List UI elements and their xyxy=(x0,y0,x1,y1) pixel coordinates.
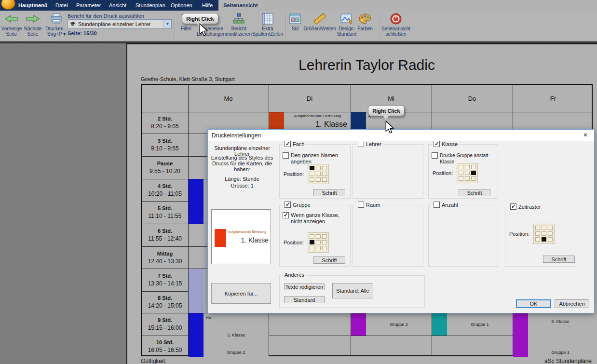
zeitraster-position-grid[interactable] xyxy=(533,224,555,244)
time-row: 4 Std.10:20 - 11:05 xyxy=(142,179,188,201)
zeitraster-checkbox[interactable] xyxy=(510,203,516,210)
ok-button[interactable]: OK xyxy=(516,299,551,308)
colors-label: Farben xyxy=(357,26,373,31)
lesson-subject: Aufgabenstunde Betreuung xyxy=(286,114,349,118)
report-picker-dropdown-arrow[interactable]: ▼ xyxy=(163,20,171,28)
time-row: 5 Std.11:10 - 11:55 xyxy=(142,201,188,224)
print-settings-dialog: Druckeinstellungen ✕ Stundenpläne einzel… xyxy=(207,129,595,313)
dialog-titlebar[interactable]: Druckeinstellungen xyxy=(208,130,594,141)
lesson-cell-mi-9std[interactable]: Gruppe 2 xyxy=(351,313,432,336)
gruppe-checkbox[interactable] xyxy=(285,202,291,208)
timetable-right-click-tooltip: Right Click xyxy=(368,105,405,116)
standard-button[interactable]: Standard xyxy=(284,296,325,303)
raum-checkbox[interactable] xyxy=(358,202,364,208)
tooltip-text: Right Click xyxy=(372,108,400,114)
lesson-color-stripe xyxy=(513,313,528,357)
lehrer-checkbox[interactable] xyxy=(358,141,364,147)
day-header-di: Di xyxy=(269,85,351,112)
tab-hilfe[interactable]: Hilfe xyxy=(199,0,216,11)
report-picker-select[interactable]: Stundenpläne einzelner Lehrer ▼ xyxy=(68,19,172,28)
copy-for-button[interactable]: Kopieren für... xyxy=(211,283,271,304)
arrow-left-icon xyxy=(4,13,19,25)
style-button[interactable]: Stil xyxy=(287,13,303,31)
gruppe-label: Gruppe xyxy=(293,202,311,208)
day-header-fr: Fr xyxy=(513,85,594,112)
gruppe-position-grid[interactable] xyxy=(308,232,329,253)
printer-icon xyxy=(50,13,63,25)
asc-watermark: aSc Stundenpläne xyxy=(544,358,592,364)
group-instead-class-checkbox[interactable] xyxy=(432,152,438,159)
full-name-label: Den ganzen Namen angeben xyxy=(291,152,349,165)
whole-class-hide-checkbox[interactable] xyxy=(283,212,289,218)
menubar: Hauptmenü Datei Parameter Ansicht Stunde… xyxy=(0,0,597,11)
extra-columns-label: Extra Spalten/Zeilen xyxy=(252,26,284,37)
tab-stundenplan[interactable]: Stundenplan xyxy=(133,0,168,11)
klasse-label: Klasse xyxy=(442,141,458,147)
report-picker-value: Stundenpläne einzelner Lehrer xyxy=(78,21,150,27)
klasse-font-button[interactable]: Schrift xyxy=(459,189,490,196)
lehrer-label: Lehrer xyxy=(366,141,381,147)
modify-report-label: Bericht modifizieren xyxy=(224,26,253,37)
previous-page-button[interactable]: Vorherige Seite xyxy=(1,13,22,37)
extra-columns-button[interactable]: Extra Spalten/Zeilen xyxy=(252,13,284,37)
lesson-color-stripe xyxy=(189,269,204,313)
time-row: 2 Std.8:20 - 9:05 xyxy=(142,112,188,134)
group-anderes: Anderes Texte redigieren Standard Standa… xyxy=(279,275,425,308)
close-preview-button[interactable]: Seitenansicht schließen xyxy=(376,13,416,37)
mouse-cursor-icon xyxy=(199,23,208,37)
lesson-class: 1. Klasse xyxy=(315,120,347,129)
fach-checkbox[interactable] xyxy=(285,141,291,147)
ribbon-right-click-tooltip: Right Click xyxy=(182,13,218,24)
print-button[interactable]: Drucken...Strg+P ▾ xyxy=(46,13,67,37)
full-name-checkbox[interactable] xyxy=(283,152,289,159)
lesson-cell-mo-9-10std[interactable]: Ha 3. Klasse Gruppe 2 xyxy=(189,313,269,357)
time-row: 7 Std.13:30 - 14:15 xyxy=(142,269,188,291)
klasse-position-grid[interactable] xyxy=(457,163,478,183)
validity-label: Gültigkeit: xyxy=(141,358,166,364)
tab-seitenansicht[interactable]: Seitenansicht xyxy=(218,0,263,11)
lesson-group: Gruppe 2 xyxy=(204,350,269,355)
sizes-button[interactable]: Größen/Weiten xyxy=(303,13,337,31)
timetable-title: Lehrerin Taylor Radic xyxy=(141,57,593,73)
next-page-button[interactable]: Nächste Seite xyxy=(22,13,43,37)
tab-parameter[interactable]: Parameter xyxy=(73,0,104,11)
lesson-class: 6. Klasse xyxy=(528,319,593,324)
ruler-icon xyxy=(312,13,327,25)
lesson-corner-text: Ha xyxy=(206,315,211,320)
style-label: Stil xyxy=(292,26,298,31)
lesson-cell-fr-9-10std[interactable]: 6. Klasse Gruppe 1 xyxy=(513,313,593,357)
edit-texts-button[interactable]: Texte redigieren xyxy=(284,283,325,290)
report-picker-label: Bericht für den Druck auswählen xyxy=(68,13,144,19)
klasse-checkbox[interactable] xyxy=(434,141,440,147)
lesson-color-stripe xyxy=(351,313,366,336)
zeitraster-font-button[interactable]: Schrift xyxy=(543,256,575,263)
lesson-cell-do-9std[interactable]: Gruppe 1 xyxy=(432,313,513,336)
print-label: Drucken...Strg+P ▾ xyxy=(45,26,68,37)
position-label: Position: xyxy=(284,171,304,177)
lesson-group: Gruppe 1 xyxy=(528,350,593,355)
group-raum: Raum xyxy=(353,205,423,267)
tab-ansicht[interactable]: Ansicht xyxy=(106,0,129,11)
fach-font-button[interactable]: Schrift xyxy=(313,189,345,196)
sizes-label: Größen/Weiten xyxy=(303,26,336,31)
time-row: Mittag12:40 - 13:30 xyxy=(142,246,188,269)
tab-datei[interactable]: Datei xyxy=(53,0,71,11)
design-picture-icon xyxy=(340,13,353,25)
fach-label: Fach xyxy=(293,141,304,147)
ribbon-separator xyxy=(285,13,286,39)
tab-hauptmenu[interactable]: Hauptmenü xyxy=(15,0,51,11)
fach-position-grid[interactable] xyxy=(308,164,329,184)
tab-optionen[interactable]: Optionen xyxy=(168,0,195,11)
gruppe-font-button[interactable]: Schrift xyxy=(313,256,345,264)
standard-all-button[interactable]: Standard: Alle xyxy=(332,283,373,298)
power-close-icon xyxy=(390,13,402,25)
group-anzahl: Anzahl xyxy=(428,205,498,267)
modify-report-button[interactable]: Bericht modifizieren xyxy=(225,13,253,37)
colors-button[interactable]: Farben xyxy=(355,13,375,31)
ribbon-separator xyxy=(44,13,45,39)
group-klasse: Klasse Drucke Gruppe anstatt Klasse Posi… xyxy=(428,144,498,199)
anzahl-checkbox[interactable] xyxy=(434,202,440,208)
group-fach: Fach Den ganzen Namen angeben Position: … xyxy=(279,144,351,199)
dialog-close-icon[interactable]: ✕ xyxy=(582,132,589,139)
cancel-button[interactable]: Abbrechen xyxy=(555,299,589,308)
